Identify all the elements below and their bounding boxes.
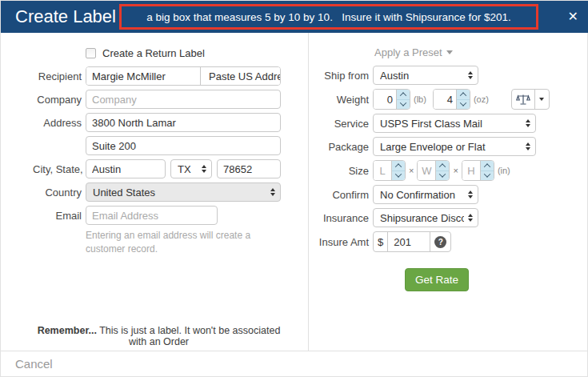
create-label-dialog: Create Label a big box that measures 5 b… <box>0 0 588 377</box>
insurance-select[interactable]: Shipsurance Discount Ins <box>373 208 478 227</box>
state-select[interactable]: TX <box>170 159 212 178</box>
address-line2-input[interactable] <box>86 136 281 155</box>
stepper-down-icon[interactable] <box>481 170 494 181</box>
stepper-down-icon[interactable] <box>436 170 449 181</box>
service-label: Service <box>317 118 373 130</box>
company-label: Company <box>33 94 86 106</box>
size-length-input[interactable] <box>374 161 391 180</box>
select-arrow-icon <box>468 214 473 222</box>
country-row: Country United States <box>33 182 282 202</box>
select-arrow-icon <box>526 142 530 150</box>
oz-unit-label: (oz) <box>474 94 489 104</box>
apply-preset-dropdown[interactable]: Apply a Preset <box>374 46 453 58</box>
ship-from-label: Ship from <box>317 70 373 82</box>
size-width-stepper[interactable] <box>417 160 450 181</box>
address-label: Address <box>33 117 86 129</box>
insure-amt-group: $ ? <box>373 231 451 252</box>
confirm-select-value: No Confirmation <box>380 189 464 201</box>
question-help-icon[interactable]: ? <box>434 236 446 248</box>
email-row: Email <box>33 206 282 225</box>
cancel-link[interactable]: Cancel <box>15 357 53 371</box>
stepper-down-icon[interactable] <box>457 99 470 110</box>
country-select-value: United States <box>93 186 266 199</box>
weight-label: Weight <box>317 94 373 106</box>
get-rate-button[interactable]: Get Rate <box>405 268 469 291</box>
insurance-row: Insurance Shipsurance Discount Ins <box>317 208 581 227</box>
city-input[interactable] <box>86 159 166 178</box>
paste-us-address-button[interactable]: Paste US Address <box>200 67 281 85</box>
email-help-text: Entering an email address will create a … <box>86 229 287 257</box>
package-select-value: Large Envelope or Flat <box>380 141 522 153</box>
email-input[interactable] <box>86 206 218 225</box>
footer-divider <box>1 351 588 351</box>
stepper-up-icon[interactable] <box>392 161 405 170</box>
confirm-row: Confirm No Confirmation <box>317 185 581 204</box>
currency-prefix: $ <box>374 231 388 252</box>
apply-preset-label: Apply a Preset <box>374 46 442 58</box>
select-arrow-icon <box>270 188 275 196</box>
company-input[interactable] <box>86 90 281 109</box>
stepper-up-icon[interactable] <box>397 90 410 99</box>
size-height-stepper[interactable] <box>462 160 494 181</box>
size-width-input[interactable] <box>418 161 435 180</box>
dialog-header: Create Label a big box that measures 5 b… <box>1 1 588 33</box>
service-select[interactable]: USPS First Class Mail <box>373 114 536 133</box>
zip-input[interactable] <box>217 159 281 178</box>
insure-amt-row: Insure Amt $ ? <box>317 231 581 252</box>
confirm-label: Confirm <box>317 189 373 201</box>
size-length-stepper[interactable] <box>373 160 406 181</box>
chevron-down-icon <box>446 50 453 54</box>
ship-from-select[interactable]: Austin <box>373 66 478 85</box>
address-line1-input[interactable] <box>86 113 281 132</box>
service-row: Service USPS First Class Mail <box>317 114 581 133</box>
weight-oz-stepper[interactable] <box>433 89 470 110</box>
city-state-zip-label: City, State, Zip <box>33 163 86 175</box>
select-arrow-icon <box>526 119 530 127</box>
country-label: Country <box>33 186 86 199</box>
ship-from-row: Ship from Austin <box>317 66 581 85</box>
lb-unit-label: (lb) <box>414 94 426 104</box>
confirm-select[interactable]: No Confirmation <box>373 185 478 204</box>
country-select[interactable]: United States <box>86 182 281 202</box>
package-label: Package <box>317 141 373 153</box>
shipment-panel: Apply a Preset Ship from Austin Weight (… <box>317 46 581 291</box>
recipient-row: Recipient Paste US Address <box>33 66 282 86</box>
insure-amt-input[interactable] <box>388 232 430 251</box>
recipient-input[interactable] <box>86 67 200 85</box>
stepper-down-icon[interactable] <box>392 170 405 181</box>
return-label-row: Create a Return Label <box>86 46 282 60</box>
stepper-down-icon[interactable] <box>397 99 410 110</box>
stepper-up-icon[interactable] <box>457 90 470 99</box>
reminder-bold: Remember... <box>38 325 97 336</box>
insurance-select-value: Shipsurance Discount Ins <box>380 212 464 224</box>
help-icon-wrap: ? <box>430 231 450 252</box>
ship-from-select-value: Austin <box>380 70 464 82</box>
return-label-checkbox-label: Create a Return Label <box>102 47 205 59</box>
city-state-zip-row: City, State, Zip TX <box>33 159 282 178</box>
email-label: Email <box>33 210 86 222</box>
package-select[interactable]: Large Envelope or Flat <box>373 137 536 156</box>
service-select-value: USPS First Class Mail <box>380 118 522 130</box>
size-row: Size × × <box>317 160 581 181</box>
select-arrow-icon <box>202 165 206 173</box>
weight-lb-stepper[interactable] <box>373 89 410 110</box>
preset-row: Apply a Preset <box>374 46 581 58</box>
size-height-input[interactable] <box>462 161 480 180</box>
times-separator: × <box>409 166 414 175</box>
weight-oz-input[interactable] <box>434 90 456 109</box>
weight-lb-input[interactable] <box>374 90 396 109</box>
insure-amt-label: Insure Amt <box>317 236 373 248</box>
address-row: Address <box>33 113 282 132</box>
stepper-up-icon[interactable] <box>481 161 494 170</box>
chevron-down-icon[interactable] <box>534 90 549 109</box>
select-arrow-icon <box>468 71 473 79</box>
stepper-up-icon[interactable] <box>436 161 449 170</box>
scale-weight-button[interactable] <box>511 89 550 110</box>
return-label-checkbox[interactable] <box>86 48 96 58</box>
select-arrow-icon <box>468 191 473 199</box>
recipient-label: Recipient <box>33 70 86 82</box>
company-row: Company <box>33 90 282 109</box>
annotation-text: a big box that measures 5 by 10 by 10. I… <box>146 11 511 23</box>
close-icon[interactable]: ✕ <box>568 9 578 25</box>
in-unit-label: (in) <box>498 166 510 175</box>
